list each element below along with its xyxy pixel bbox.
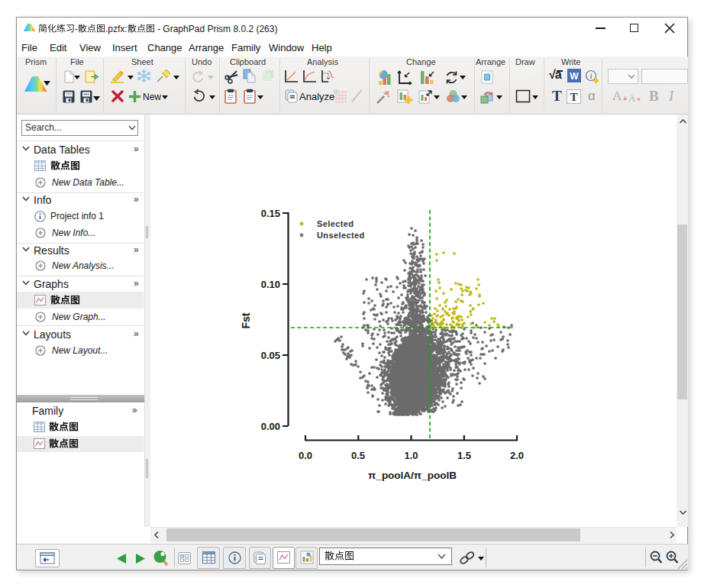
- svg-text:0.05: 0.05: [261, 350, 280, 361]
- svg-text:0.0: 0.0: [299, 450, 312, 461]
- svg-text:0.10: 0.10: [261, 279, 280, 290]
- svg-text:1.0: 1.0: [404, 450, 418, 461]
- svg-text:1.5: 1.5: [457, 450, 471, 461]
- svg-text:Fst: Fst: [240, 312, 252, 328]
- svg-text:T: T: [570, 91, 577, 103]
- svg-text:Selected: Selected: [317, 219, 354, 228]
- svg-text:W: W: [570, 71, 579, 82]
- svg-text:Unselected: Unselected: [317, 231, 365, 240]
- svg-text:i: i: [589, 71, 592, 80]
- svg-text:2.0: 2.0: [510, 450, 524, 461]
- svg-text:π_poolA/π_poolB: π_poolA/π_poolB: [368, 470, 457, 481]
- svg-text:0.15: 0.15: [261, 208, 280, 219]
- svg-text:0.5: 0.5: [351, 450, 365, 461]
- svg-text:0.00: 0.00: [261, 421, 280, 432]
